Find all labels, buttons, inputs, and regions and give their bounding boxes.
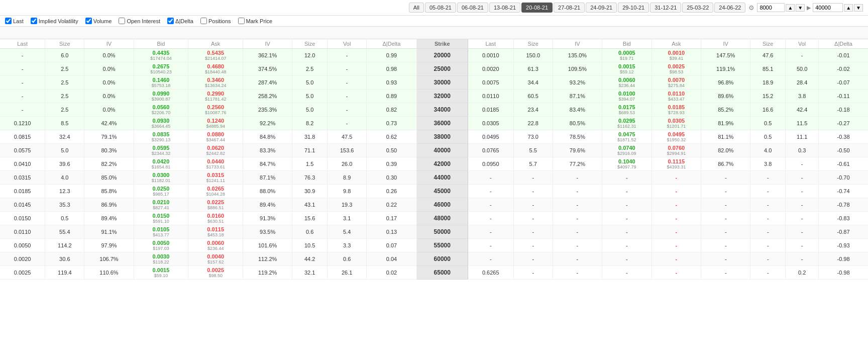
tab-24-06-22[interactable]: 24-06-22 — [714, 3, 745, 13]
tab-20-08-21[interactable]: 20-08-21 — [521, 3, 553, 13]
tab-13-08-21[interactable]: 13-08-21 — [489, 3, 520, 13]
tab-29-10-21[interactable]: 29-10-21 — [618, 3, 649, 13]
bid-cell[interactable]: - — [602, 239, 652, 252]
tab-05-08-21[interactable]: 05-08-21 — [425, 3, 456, 13]
bid-cell[interactable]: 0.0030$118.22 — [134, 252, 188, 266]
bid-cell[interactable]: 0.0015$59.10 — [134, 266, 188, 280]
filter-positions[interactable]: Positions — [200, 18, 231, 24]
ask-cell[interactable]: 0.1115$4393.31 — [652, 157, 701, 171]
ask-cell[interactable]: - — [652, 225, 701, 239]
bid-cell[interactable]: 0.0740$2916.09 — [602, 144, 652, 157]
ask-cell[interactable]: - — [652, 185, 701, 198]
ask-cell[interactable]: 0.0225$886.51 — [188, 198, 243, 212]
ask-cell[interactable]: 0.0160$630.51 — [188, 212, 243, 225]
ask-cell[interactable]: 0.2990$11781.42 — [188, 90, 243, 103]
ask-cell[interactable]: 0.0265$1044.28 — [188, 185, 243, 198]
bid-cell[interactable]: - — [602, 171, 652, 185]
bid-cell[interactable]: 0.0105$413.77 — [134, 225, 188, 239]
ask-cell[interactable]: 0.0440$1733.61 — [188, 157, 243, 171]
ask-cell[interactable]: 0.4680$18440.48 — [188, 62, 243, 76]
bid-cell[interactable]: 0.1040$4097.79 — [602, 157, 652, 171]
bid-cell[interactable]: 0.1460$5753.18 — [134, 76, 188, 90]
bid-cell[interactable]: 0.0060$236.44 — [602, 76, 652, 90]
ask-cell[interactable]: 0.1240$4885.94 — [188, 117, 243, 130]
ask-cell[interactable]: 0.0060$236.44 — [188, 239, 243, 252]
filter-last[interactable]: Last — [5, 18, 24, 24]
size2-up[interactable]: ▲ — [844, 4, 853, 12]
tab-24-09-21[interactable]: 24-09-21 — [586, 3, 617, 13]
bid-cell[interactable]: - — [602, 266, 652, 280]
bid-cell[interactable]: 0.0835$3290.13 — [134, 130, 188, 144]
ask-cell[interactable]: 0.0110$433.47 — [652, 90, 701, 103]
size1-down[interactable]: ▼ — [796, 4, 805, 12]
size2-down[interactable]: ▼ — [854, 4, 863, 12]
ask-cell[interactable]: - — [652, 252, 701, 266]
checkbox-positions[interactable] — [200, 18, 207, 24]
bid-cell[interactable]: 0.0990$3900.87 — [134, 90, 188, 103]
bid-cell[interactable]: 0.0150$591.10 — [134, 212, 188, 225]
ask-cell[interactable]: - — [652, 266, 701, 280]
ask-cell[interactable]: 0.0025$98.53 — [652, 62, 701, 76]
ask-cell[interactable]: 0.0305$1201.71 — [652, 117, 701, 130]
tab-06-08-21[interactable]: 06-08-21 — [457, 3, 488, 13]
filter-delta[interactable]: Δ|Delta — [167, 18, 193, 24]
checkbox-markprice[interactable] — [238, 18, 245, 24]
tab-27-08-21[interactable]: 27-08-21 — [554, 3, 585, 13]
bid-cell[interactable]: 0.0930$3664.45 — [134, 117, 188, 130]
checkbox-volume[interactable] — [85, 18, 92, 24]
bid-cell[interactable]: 0.0050$197.03 — [134, 239, 188, 252]
bid-cell[interactable]: 0.0015$59.12 — [602, 62, 652, 76]
ask-cell[interactable]: 0.0620$2442.82 — [188, 144, 243, 157]
checkbox-delta[interactable] — [167, 18, 174, 24]
bid-cell[interactable]: 0.0005$19.71 — [602, 49, 652, 62]
ask-cell[interactable]: - — [652, 212, 701, 225]
ask-cell[interactable]: - — [652, 239, 701, 252]
bid-cell[interactable]: 0.0420$1654.81 — [134, 157, 188, 171]
ask-cell[interactable]: 0.0010$39.41 — [652, 49, 701, 62]
ask-cell[interactable]: - — [652, 171, 701, 185]
data-cell: -0.98 — [819, 252, 868, 266]
bid-cell[interactable]: - — [602, 252, 652, 266]
bid-cell[interactable]: - — [602, 185, 652, 198]
ask-cell[interactable]: 0.2560$10087.76 — [188, 103, 243, 117]
bid-cell[interactable]: 0.0300$1182.01 — [134, 171, 188, 185]
bid-cell[interactable]: 0.0475$1871.52 — [602, 130, 652, 144]
bid-cell[interactable]: 0.0100$394.07 — [602, 90, 652, 103]
bid-cell[interactable]: 0.0175$689.53 — [602, 103, 652, 117]
tab-all[interactable]: All — [409, 3, 424, 13]
bid-cell[interactable]: 0.0210$827.41 — [134, 198, 188, 212]
tab-31-12-21[interactable]: 31-12-21 — [650, 3, 681, 13]
filter-iv[interactable]: Implied Volatility — [31, 18, 78, 24]
ask-cell[interactable]: - — [652, 198, 701, 212]
checkbox-last[interactable] — [5, 18, 12, 24]
ask-cell[interactable]: 0.0040$157.62 — [188, 252, 243, 266]
bid-cell[interactable]: - — [602, 198, 652, 212]
ask-cell[interactable]: 0.5435$21414.07 — [188, 49, 243, 62]
bid-cell[interactable]: 0.4435$17474.04 — [134, 49, 188, 62]
filter-volume[interactable]: Volume — [85, 18, 112, 24]
bid-cell[interactable]: - — [602, 225, 652, 239]
size1-up[interactable]: ▲ — [786, 4, 795, 12]
ask-cell[interactable]: 0.0760$2994.91 — [652, 144, 701, 157]
ask-cell[interactable]: 0.3460$13634.24 — [188, 76, 243, 90]
ask-cell[interactable]: 0.0185$728.93 — [652, 103, 701, 117]
filter-markprice[interactable]: Mark Price — [238, 18, 273, 24]
size1-input[interactable] — [757, 3, 785, 12]
bid-cell[interactable]: 0.0595$2344.32 — [134, 144, 188, 157]
tab-25-03-22[interactable]: 25-03-22 — [682, 3, 713, 13]
ask-cell[interactable]: 0.0495$1950.32 — [652, 130, 701, 144]
filter-oi[interactable]: Open Interest — [119, 18, 160, 24]
bid-cell[interactable]: 0.0560$2206.70 — [134, 103, 188, 117]
bid-cell[interactable]: 0.0250$985.17 — [134, 185, 188, 198]
checkbox-iv[interactable] — [31, 18, 37, 24]
bid-cell[interactable]: 0.2675$10540.23 — [134, 62, 188, 76]
ask-cell[interactable]: 0.0115$453.18 — [188, 225, 243, 239]
ask-cell[interactable]: 0.0070$275.84 — [652, 76, 701, 90]
ask-cell[interactable]: 0.0880$3467.44 — [188, 130, 243, 144]
ask-cell[interactable]: 0.0025$98.50 — [188, 266, 243, 280]
ask-cell[interactable]: 0.0315$1241.11 — [188, 171, 243, 185]
size2-input[interactable] — [813, 3, 843, 12]
checkbox-oi[interactable] — [119, 18, 125, 24]
bid-cell[interactable]: - — [602, 212, 652, 225]
bid-cell[interactable]: 0.0295$1162.31 — [602, 117, 652, 130]
